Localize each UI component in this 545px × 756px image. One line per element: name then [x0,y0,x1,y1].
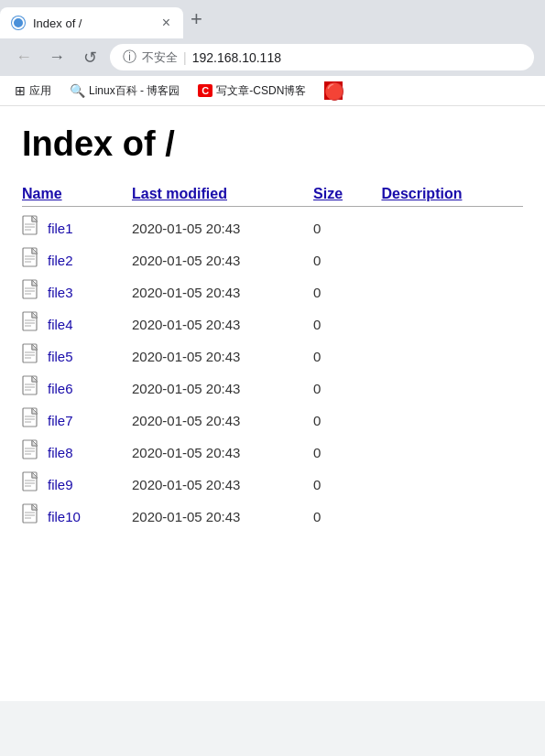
file-link[interactable]: file9 [48,477,73,492]
file-icon [22,215,42,242]
security-info-icon: ⓘ [123,49,136,66]
file-description [381,373,523,405]
new-tab-button[interactable]: + [183,7,210,38]
file-icon [22,439,42,466]
table-row: file8 2020-01-05 20:430 [22,437,523,469]
bookmark-csdn-label: 写文章-CSDN博客 [216,83,306,99]
file-name-cell: file7 [22,405,132,437]
apps-icon: ⊞ [15,83,26,98]
linux-icon: 🔍 [70,83,85,98]
file-description [381,340,523,373]
file-link[interactable]: file5 [48,349,73,364]
column-header-modified[interactable]: Last modified [132,182,313,207]
file-modified: 2020-01-05 20:43 [132,501,313,533]
browser-chrome: Index of / × + ← → ↺ ⓘ 不安全 | 192.168.10.… [0,0,545,106]
file-icon [22,503,42,530]
column-header-name[interactable]: Name [22,182,132,207]
file-link[interactable]: file8 [48,445,73,460]
file-modified: 2020-01-05 20:43 [132,437,313,469]
bookmark-apps-label: 应用 [29,83,51,99]
bookmark-avatar[interactable]: 🔴 [321,80,346,102]
back-button[interactable]: ← [11,45,37,70]
forward-button[interactable]: → [44,45,70,70]
table-row: file7 2020-01-05 20:430 [22,405,523,437]
file-modified: 2020-01-05 20:43 [132,373,313,405]
tab-bar: Index of / × + [0,0,545,38]
tab-close-button[interactable]: × [160,15,172,31]
file-name-cell: file3 [22,276,132,308]
page-title: Index of / [22,124,523,164]
table-row: file4 2020-01-05 20:430 [22,308,523,340]
page-content: Index of / Name Last modified Size Descr… [0,106,545,701]
file-name-cell: file5 [22,340,132,373]
file-icon [22,375,42,402]
file-link[interactable]: file1 [48,221,73,236]
file-icon [22,343,42,370]
file-size: 0 [313,437,381,469]
file-size: 0 [313,340,381,373]
table-row: file3 2020-01-05 20:430 [22,276,523,308]
file-description [381,405,523,437]
file-icon [22,311,42,338]
file-size: 0 [313,244,381,276]
file-modified: 2020-01-05 20:43 [132,212,313,244]
table-row: file10 2020-01-05 20:430 [22,501,523,533]
file-description [381,437,523,469]
file-icon [22,407,42,434]
file-description [381,244,523,276]
file-modified: 2020-01-05 20:43 [132,469,313,501]
file-description [381,469,523,501]
file-name-cell: file9 [22,469,132,501]
file-name-cell: file6 [22,373,132,405]
avatar-icon: 🔴 [324,81,343,100]
file-link[interactable]: file10 [48,509,81,524]
file-name-cell: file8 [22,437,132,469]
active-tab[interactable]: Index of / × [0,7,183,38]
file-name-cell: file2 [22,244,132,276]
file-name-cell: file10 [22,501,132,533]
table-row: file5 2020-01-05 20:430 [22,340,523,373]
file-link[interactable]: file7 [48,413,73,428]
bookmark-linux-label: Linux百科 - 博客园 [89,83,180,99]
url-divider: | [183,50,187,65]
file-size: 0 [313,469,381,501]
file-link[interactable]: file2 [48,253,73,268]
file-description [381,501,523,533]
file-link[interactable]: file3 [48,285,73,300]
file-size: 0 [313,373,381,405]
file-modified: 2020-01-05 20:43 [132,308,313,340]
url-bar[interactable]: ⓘ 不安全 | 192.168.10.118 [110,44,534,70]
refresh-button[interactable]: ↺ [77,45,103,70]
file-description [381,212,523,244]
url-text: 192.168.10.118 [192,50,281,65]
csdn-icon: C [198,84,213,97]
file-size: 0 [313,308,381,340]
column-header-size[interactable]: Size [313,182,381,207]
bookmark-apps[interactable]: ⊞ 应用 [11,81,55,101]
column-header-description[interactable]: Description [381,182,523,207]
file-listing-table: Name Last modified Size Description [22,182,523,533]
bookmark-csdn[interactable]: C 写文章-CSDN博客 [194,81,310,101]
file-size: 0 [313,501,381,533]
file-modified: 2020-01-05 20:43 [132,244,313,276]
file-link[interactable]: file6 [48,381,73,396]
table-row: file6 2020-01-05 20:430 [22,373,523,405]
file-description [381,308,523,340]
file-name-cell: file1 [22,212,132,244]
table-header-row: Name Last modified Size Description [22,182,523,207]
file-icon [22,279,42,306]
file-icon [22,247,42,274]
address-bar: ← → ↺ ⓘ 不安全 | 192.168.10.118 [0,38,545,76]
table-row: file1 2020-01-05 20:430 [22,212,523,244]
file-link[interactable]: file4 [48,317,73,332]
file-description [381,276,523,308]
table-row: file2 2020-01-05 20:430 [22,244,523,276]
bookmark-linux[interactable]: 🔍 Linux百科 - 博客园 [66,81,183,101]
file-size: 0 [313,212,381,244]
security-label: 不安全 [142,49,178,66]
file-size: 0 [313,405,381,437]
tab-title: Index of / [33,16,153,30]
file-modified: 2020-01-05 20:43 [132,276,313,308]
file-icon [22,471,42,498]
bookmarks-bar: ⊞ 应用 🔍 Linux百科 - 博客园 C 写文章-CSDN博客 🔴 [0,76,545,106]
